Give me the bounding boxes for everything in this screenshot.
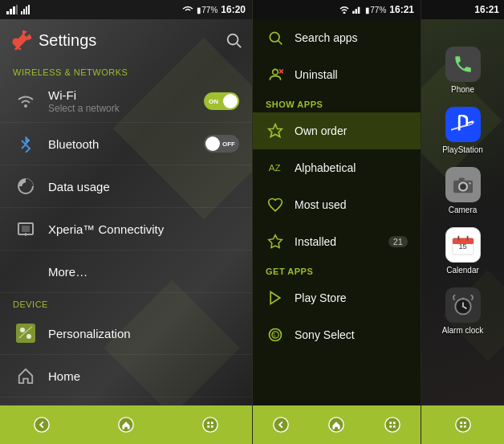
- camera-icon: [445, 167, 481, 202]
- svg-rect-17: [16, 324, 35, 343]
- own-order-icon: [266, 121, 285, 141]
- drawer-apps-btn[interactable]: [376, 409, 408, 441]
- home-bottom-nav: [421, 405, 504, 444]
- svg-point-31: [343, 12, 346, 14]
- drawer-home-btn[interactable]: [320, 409, 352, 441]
- svg-point-26: [202, 418, 217, 432]
- data-usage-item[interactable]: Data usage: [0, 165, 252, 208]
- alarm-icon: [445, 287, 481, 323]
- personalization-item[interactable]: Personalization: [0, 312, 252, 355]
- alphabetical-item[interactable]: AZ Alphabetical: [253, 149, 421, 186]
- drawer-content: Search apps Uninstall SHOW APPS: [253, 19, 421, 405]
- bluetooth-toggle[interactable]: OFF: [204, 135, 239, 153]
- svg-point-47: [274, 418, 288, 432]
- wifi-status-icon: [182, 6, 193, 14]
- bluetooth-title: Bluetooth: [48, 137, 204, 151]
- show-apps-header: SHOW APPS: [253, 93, 421, 112]
- sony-select-label: Sony Select: [295, 328, 355, 341]
- most-used-item[interactable]: Most used: [253, 186, 421, 223]
- installed-icon: [266, 232, 285, 251]
- search-apps-item[interactable]: Search apps: [253, 19, 421, 56]
- play-store-item[interactable]: Play Store: [253, 279, 421, 316]
- sony-select-item[interactable]: S Sony Select: [253, 316, 421, 353]
- wifi-toggle-label: ON: [209, 98, 218, 105]
- playstation-icon: [445, 107, 481, 142]
- playstation-app[interactable]: PlayStation: [431, 104, 495, 157]
- svg-rect-50: [389, 422, 392, 424]
- svg-rect-74: [463, 426, 465, 428]
- drawer-battery: ▮77%: [365, 6, 386, 14]
- svg-line-9: [237, 43, 241, 47]
- camera-label: Camera: [449, 206, 478, 214]
- home-settings-item[interactable]: Home: [0, 355, 252, 397]
- bluetooth-toggle-label: OFF: [222, 141, 235, 148]
- bluetooth-toggle-knob: [205, 136, 220, 151]
- wifi-toggle[interactable]: ON: [204, 92, 239, 110]
- drawer-back-btn[interactable]: [265, 409, 297, 441]
- personalization-icon: [13, 320, 39, 346]
- uninstall-icon: [266, 65, 285, 84]
- svg-line-36: [278, 41, 282, 45]
- uninstall-item[interactable]: Uninstall: [253, 56, 421, 93]
- settings-time: 16:20: [221, 4, 246, 15]
- svg-rect-53: [393, 426, 396, 428]
- svg-point-19: [26, 334, 31, 339]
- search-icon[interactable]: [225, 31, 242, 49]
- alarm-app[interactable]: Alarm clock: [431, 284, 495, 338]
- settings-header: Settings: [0, 19, 252, 61]
- drawer-signal-icon: [352, 6, 362, 14]
- uninstall-label: Uninstall: [295, 68, 338, 81]
- svg-point-68: [461, 305, 464, 308]
- svg-rect-33: [356, 9, 358, 14]
- svg-point-35: [270, 32, 279, 42]
- own-order-item[interactable]: Own order: [253, 112, 421, 149]
- svg-marker-43: [270, 292, 280, 304]
- settings-home-btn[interactable]: [110, 409, 142, 441]
- calendar-app[interactable]: 15 Calendar: [431, 224, 495, 278]
- svg-rect-51: [393, 422, 396, 424]
- svg-rect-6: [26, 6, 27, 14]
- call-item[interactable]: Call: [0, 397, 252, 405]
- get-apps-header: GET APPS: [253, 260, 421, 279]
- more-text: More…: [48, 265, 239, 279]
- more-item[interactable]: More…: [0, 251, 252, 293]
- wifi-item[interactable]: Wi-Fi Select a network ON: [0, 80, 252, 123]
- svg-rect-52: [389, 426, 392, 428]
- settings-status-bar: ▮77% 16:20: [0, 0, 252, 19]
- most-used-icon: [266, 195, 285, 214]
- home-settings-text: Home: [48, 369, 239, 383]
- svg-rect-3: [16, 5, 18, 14]
- xperia-item[interactable]: Xperia™ Connectivity: [0, 208, 252, 251]
- more-icon: [13, 259, 39, 284]
- alarm-label: Alarm clock: [442, 326, 484, 335]
- svg-rect-28: [211, 422, 213, 424]
- data-usage-icon: [13, 173, 39, 199]
- phone-app[interactable]: Phone: [431, 43, 495, 97]
- installed-badge: 21: [388, 236, 408, 247]
- camera-app[interactable]: Camera: [431, 164, 495, 218]
- svg-rect-73: [460, 426, 462, 428]
- wireless-section-header: WIRELESS & NETWORKS: [0, 61, 252, 80]
- play-store-label: Play Store: [295, 291, 347, 304]
- svg-rect-1: [10, 9, 12, 14]
- play-store-icon: [266, 288, 285, 308]
- svg-point-58: [469, 182, 471, 185]
- home-status-bar: 16:21: [421, 0, 504, 19]
- phone-label: Phone: [451, 85, 474, 94]
- drawer-wifi-icon: [339, 6, 349, 14]
- bluetooth-item[interactable]: Bluetooth OFF: [0, 123, 252, 165]
- installed-item[interactable]: Installed 21: [253, 223, 421, 260]
- svg-rect-5: [23, 9, 25, 14]
- search-apps-label: Search apps: [295, 31, 358, 44]
- signal-icon: [6, 5, 18, 14]
- svg-point-37: [273, 69, 278, 75]
- settings-apps-btn[interactable]: [194, 409, 226, 441]
- wifi-title: Wi-Fi: [48, 88, 204, 102]
- svg-marker-42: [269, 235, 282, 248]
- alphabetical-icon: AZ: [266, 158, 285, 177]
- wifi-text: Wi-Fi Select a network: [48, 88, 204, 114]
- home-apps-btn[interactable]: [447, 409, 479, 441]
- xperia-title: Xperia™ Connectivity: [48, 222, 239, 236]
- settings-back-btn[interactable]: [26, 409, 58, 441]
- own-order-label: Own order: [295, 124, 347, 137]
